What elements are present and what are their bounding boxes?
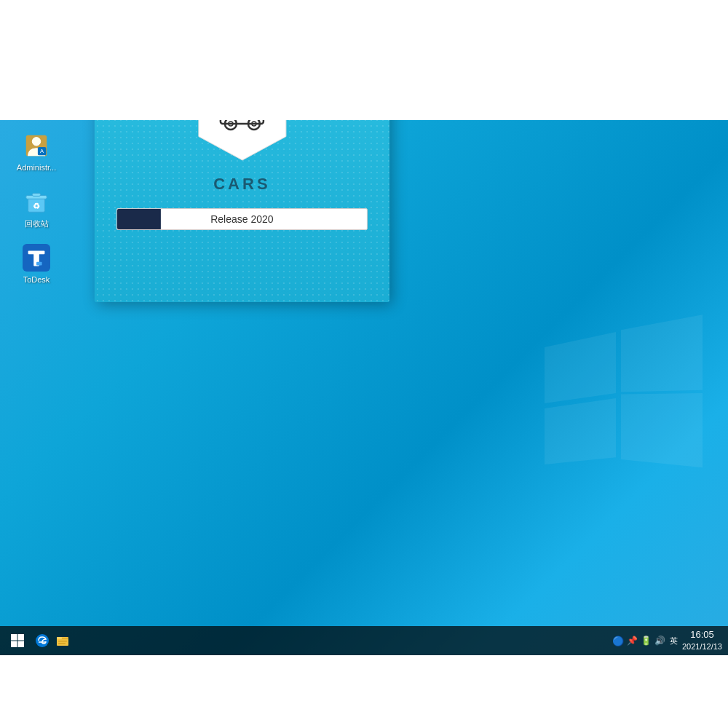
progress-bar-wrapper: Release 2020 — [116, 208, 368, 230]
recycle-bin-label: 回收站 — [25, 219, 49, 229]
svg-rect-27 — [18, 641, 25, 648]
todesk-label: ToDesk — [23, 275, 50, 285]
svg-rect-32 — [58, 643, 66, 644]
svg-rect-15 — [36, 262, 42, 266]
taskbar-left — [6, 629, 70, 652]
top-white-bar — [0, 0, 728, 120]
windows-logo-watermark — [524, 286, 728, 490]
svg-point-5 — [32, 138, 40, 146]
desktop-icon-todesk[interactable]: ToDesk — [11, 243, 62, 285]
taskbar-clock[interactable]: 16:05 2021/12/13 — [682, 629, 722, 652]
system-tray-icons: 🔵 📌 🔋 🔊 英 — [612, 636, 678, 646]
recycle-bin-icon-image: ♻ — [22, 187, 51, 216]
volume-icon: 🔊 — [654, 636, 665, 646]
progress-container: Release 2020 — [116, 208, 368, 230]
svg-rect-26 — [11, 641, 17, 648]
desktop-icons-area: A Administr... ♻ 回收站 — [11, 131, 62, 285]
cars-label: CARS — [213, 175, 270, 194]
svg-rect-24 — [11, 634, 17, 641]
administrator-icon-image: A — [22, 131, 51, 160]
desktop: A Administr... ♻ 回收站 — [0, 120, 728, 655]
administrator-label: Administr... — [17, 163, 56, 173]
splash-dialog: ISS° ISI´ ISU° — [95, 120, 389, 302]
svg-marker-1 — [621, 314, 703, 392]
desktop-icon-administrator[interactable]: A Administr... — [11, 131, 62, 173]
desktop-icon-recycle-bin[interactable]: ♻ 回收站 — [11, 187, 62, 229]
hexagon-container — [194, 120, 289, 164]
svg-rect-10 — [32, 194, 40, 197]
taskbar-right: 🔵 📌 🔋 🔊 英 16:05 2021/12/13 — [612, 629, 722, 652]
taskbar-explorer-icon[interactable] — [55, 633, 70, 648]
progress-label: Release 2020 — [210, 213, 273, 225]
hexagon — [194, 120, 289, 164]
taskbar-date-display: 2021/12/13 — [682, 641, 722, 652]
todesk-icon-image — [22, 243, 51, 272]
pin-icon: 📌 — [627, 636, 638, 646]
language-indicator: 英 — [670, 636, 678, 646]
svg-marker-0 — [545, 332, 616, 403]
svg-rect-25 — [18, 634, 25, 641]
svg-marker-2 — [545, 398, 616, 464]
svg-rect-17 — [221, 120, 264, 124]
svg-rect-30 — [57, 637, 62, 639]
progress-bar-fill — [117, 209, 161, 229]
battery-icon: 🔋 — [641, 636, 652, 646]
bluetooth-icon: 🔵 — [612, 636, 624, 646]
taskbar-time-display: 16:05 — [682, 629, 722, 641]
taskbar-edge-icon[interactable] — [35, 633, 50, 648]
start-button[interactable] — [6, 629, 29, 652]
taskbar: 🔵 📌 🔋 🔊 英 16:05 2021/12/13 — [0, 626, 728, 655]
svg-marker-3 — [621, 393, 703, 467]
svg-rect-31 — [58, 641, 67, 642]
svg-text:♻: ♻ — [33, 202, 40, 210]
